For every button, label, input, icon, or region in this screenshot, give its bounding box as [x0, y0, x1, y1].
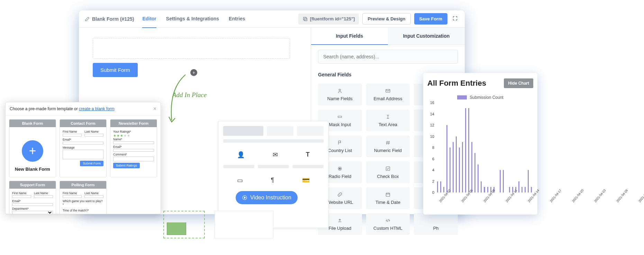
- field-card-email-address[interactable]: Email Address: [366, 84, 410, 105]
- tab-input-customization[interactable]: Input Customization: [388, 28, 465, 45]
- field-label: Check Box: [377, 174, 399, 179]
- svg-rect-0: [304, 18, 307, 21]
- field-label: Email Address: [373, 96, 402, 101]
- chart-bar[interactable]: [487, 187, 488, 192]
- chart-bar[interactable]: [500, 170, 501, 192]
- y-tick: 6: [432, 157, 434, 161]
- preview-tab[interactable]: [267, 126, 293, 136]
- preview-tab[interactable]: [297, 126, 324, 136]
- drag-placeholder[interactable]: [163, 211, 205, 238]
- y-tick: 8: [432, 145, 434, 150]
- chart-bar[interactable]: [459, 148, 460, 192]
- chart-bar[interactable]: [446, 125, 447, 192]
- field-label: File Upload: [328, 226, 351, 231]
- field-card-ph[interactable]: Ph: [414, 213, 458, 235]
- y-tick: 0: [432, 190, 434, 195]
- close-button[interactable]: ×: [153, 106, 156, 112]
- sidebar-tabs: Input Fields Input Customization: [311, 28, 465, 45]
- x-tick: 2021-04-20: [571, 189, 584, 203]
- user-icon: 👤: [237, 151, 245, 159]
- chart-bar[interactable]: [521, 187, 523, 192]
- template-blank-form[interactable]: Blank Form + New Blank Form: [9, 119, 56, 177]
- chart-bar[interactable]: [531, 187, 532, 192]
- fullscreen-button[interactable]: [451, 14, 459, 24]
- field-label: First Name: [63, 191, 82, 195]
- chart-bar[interactable]: [443, 187, 444, 192]
- svg-rect-4: [386, 89, 390, 92]
- chart-bar[interactable]: [468, 108, 469, 192]
- chart-bar[interactable]: [528, 170, 529, 192]
- preview-tab-active[interactable]: [223, 126, 263, 136]
- field-card-time-&-date[interactable]: Time & Date: [366, 187, 410, 209]
- field-label: Message: [63, 146, 103, 149]
- star-rating: ★★★★★: [113, 134, 154, 138]
- radio-icon: [337, 166, 343, 172]
- x-tick: [545, 201, 548, 203]
- svg-point-7: [339, 168, 341, 169]
- chart-bar[interactable]: [462, 142, 463, 192]
- add-field-button[interactable]: +: [190, 69, 197, 76]
- template-title: Contact Form: [60, 120, 106, 127]
- y-tick: 10: [430, 134, 434, 139]
- save-form-button[interactable]: Save Form: [414, 13, 447, 25]
- main-tabs: Editor Settings & Integrations Entries: [142, 10, 245, 28]
- chart-bar[interactable]: [509, 187, 510, 192]
- field-card-text-area[interactable]: Text Area: [366, 110, 410, 131]
- check-icon: [385, 166, 391, 172]
- chart-bar[interactable]: [465, 108, 466, 192]
- chart-bar[interactable]: [525, 187, 526, 192]
- form-title[interactable]: Blank Form (#125): [84, 16, 134, 22]
- textarea-icon: [385, 114, 391, 120]
- preview-icons-row: 👤 ✉ T: [223, 151, 324, 159]
- template-polling-form[interactable]: Polling Form First Name Last Name Which …: [60, 181, 107, 214]
- chart-bar[interactable]: [440, 181, 441, 193]
- shortcode-display[interactable]: [fluentform id="125"]: [298, 13, 359, 25]
- preview-button[interactable]: Preview & Design: [362, 13, 410, 25]
- chart-bar[interactable]: [437, 181, 438, 193]
- svg-point-3: [339, 89, 341, 91]
- placeholder-box: [215, 211, 273, 238]
- template-newsletter-form[interactable]: Newsletter Form Your Ratings* ★★★★★ Name…: [110, 119, 157, 177]
- template-support-form[interactable]: Support Form First Name Last Name Email*…: [9, 181, 56, 214]
- x-tick: [589, 201, 592, 203]
- tab-settings[interactable]: Settings & Integrations: [166, 10, 219, 28]
- field-card-check-box[interactable]: Check Box: [366, 161, 410, 183]
- field-card-name-fields[interactable]: Name Fields: [318, 84, 362, 105]
- tab-input-fields[interactable]: Input Fields: [311, 28, 388, 45]
- chart-bar[interactable]: [456, 136, 457, 193]
- x-tick: 2021-04-17: [549, 189, 562, 203]
- close-icon: ×: [153, 106, 156, 112]
- create-blank-form-link[interactable]: create a blank form: [79, 106, 115, 111]
- chart-bar[interactable]: [481, 181, 482, 193]
- chart-bar[interactable]: [503, 170, 504, 192]
- hide-chart-button[interactable]: Hide Chart: [504, 78, 533, 88]
- field-label: Ph: [433, 226, 439, 231]
- chart-bar[interactable]: [450, 148, 451, 192]
- dropzone[interactable]: [93, 38, 290, 59]
- field-label: Your Ratings*: [113, 130, 154, 133]
- chart-bar[interactable]: [484, 187, 485, 192]
- x-axis-labels: 2021-04-022021-04-052021-04-082021-04-11…: [437, 201, 532, 204]
- template-contact-form[interactable]: Contact Form First Name Last Name Email*…: [60, 119, 107, 177]
- search-input[interactable]: [318, 50, 458, 64]
- tab-entries[interactable]: Entries: [229, 10, 245, 28]
- y-axis: 0246810121416: [427, 103, 436, 192]
- x-tick: [501, 201, 504, 203]
- bars-container: [437, 103, 532, 192]
- y-tick: 14: [430, 112, 434, 116]
- chart-bar[interactable]: [474, 153, 475, 192]
- svg-rect-5: [338, 116, 342, 117]
- tab-editor[interactable]: Editor: [142, 10, 156, 28]
- video-instruction-button[interactable]: Video Instruction: [236, 191, 298, 204]
- chart-bar[interactable]: [478, 164, 479, 192]
- form-title-text: Blank Form (#125): [92, 16, 134, 22]
- chart-bar[interactable]: [471, 142, 472, 192]
- chart-bar[interactable]: [453, 142, 454, 192]
- mail-icon: [385, 88, 391, 94]
- x-tick: [634, 201, 636, 203]
- field-label: Radio Field: [328, 174, 351, 179]
- field-card-numeric-field[interactable]: Numeric Field: [366, 135, 410, 157]
- field-card-custom-html[interactable]: Custom HTML: [366, 213, 410, 235]
- chart-bar[interactable]: [518, 181, 519, 193]
- submit-form-button[interactable]: Submit Form: [93, 63, 138, 77]
